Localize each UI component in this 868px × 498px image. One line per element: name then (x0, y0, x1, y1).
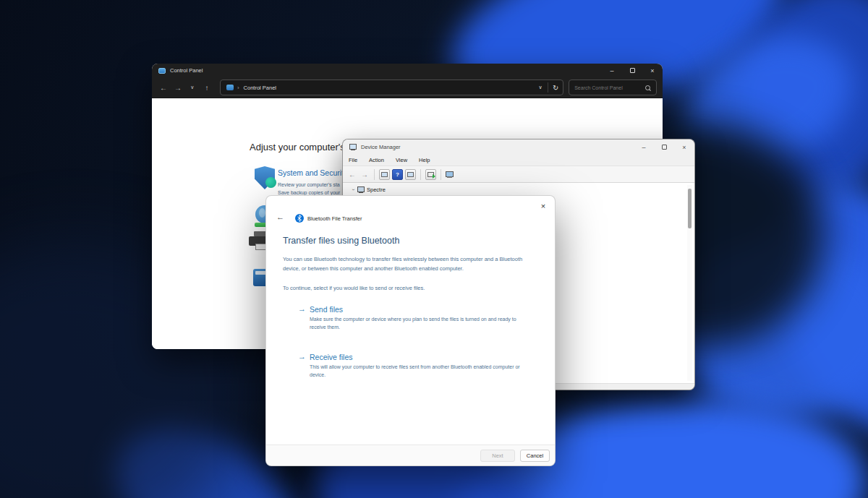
dialog-prompt-text: To continue, select if you would like to… (283, 284, 523, 293)
back-icon[interactable]: ← (276, 212, 284, 221)
minimize-button[interactable]: – (634, 139, 654, 155)
forward-icon[interactable]: → (171, 84, 185, 92)
window-title: Control Panel (170, 67, 203, 74)
search-box[interactable] (569, 80, 657, 95)
help-icon[interactable]: ? (392, 169, 403, 180)
breadcrumb-icon (226, 85, 234, 90)
arrow-right-icon: → (298, 352, 306, 361)
back-icon[interactable]: ← (347, 171, 357, 179)
divider (374, 169, 375, 180)
bluetooth-transfer-dialog: × ← Bluetooth File Transfer Transfer fil… (265, 195, 556, 466)
desktop: Control Panel – × ← → ∨ ↑ › Control Pane… (0, 0, 868, 498)
arrow-right-icon: → (298, 304, 306, 313)
system-security-icon[interactable] (255, 166, 275, 189)
dialog-footer: Next Cancel (266, 445, 555, 465)
breadcrumb[interactable]: Control Panel (244, 85, 276, 91)
next-button[interactable]: Next (480, 450, 515, 462)
send-files-description: Make sure the computer or device where y… (310, 315, 521, 331)
back-icon[interactable]: ← (156, 84, 171, 92)
scrollbar-thumb[interactable] (688, 189, 692, 228)
window-title: Device Manager (361, 144, 401, 150)
address-bar[interactable]: › Control Panel ∨ ↻ (220, 80, 563, 95)
dialog-intro-text: You can use Bluetooth technology to tran… (283, 255, 523, 273)
maximize-icon (662, 145, 667, 150)
menu-help[interactable]: Help (413, 155, 435, 166)
maximize-button[interactable] (622, 64, 642, 77)
minimize-button[interactable]: – (602, 64, 622, 77)
receive-files-link[interactable]: Receive files (310, 353, 353, 361)
control-panel-app-icon (158, 68, 166, 74)
up-icon[interactable]: ↑ (200, 84, 214, 92)
close-button[interactable]: × (537, 199, 550, 212)
collapse-icon[interactable]: › (351, 187, 356, 193)
dialog-app-name: Bluetooth File Transfer (307, 215, 362, 222)
computer-icon (357, 186, 365, 193)
receive-files-description: This will allow your computer to receive… (310, 363, 521, 379)
cancel-button[interactable]: Cancel (520, 450, 550, 462)
menu-bar: File Action View Help (343, 155, 694, 166)
device-manager-app-icon (349, 144, 357, 150)
address-dropdown-icon[interactable]: ∨ (533, 85, 548, 90)
menu-view[interactable]: View (390, 155, 413, 166)
recent-pages-icon[interactable]: ∨ (185, 85, 200, 90)
review-status-link[interactable]: Review your computer's sta (278, 181, 347, 189)
refresh-icon[interactable]: ↻ (548, 84, 563, 92)
divider (420, 169, 421, 180)
maximize-icon (630, 68, 635, 73)
search-icon (645, 85, 650, 90)
console-tree-icon[interactable] (379, 169, 390, 180)
devices-icon[interactable] (446, 171, 454, 178)
system-security-link[interactable]: System and Security (278, 168, 347, 177)
control-panel-titlebar[interactable]: Control Panel – × (152, 64, 663, 77)
menu-action[interactable]: Action (363, 155, 390, 166)
close-button[interactable]: × (674, 139, 694, 155)
forward-icon[interactable]: → (359, 171, 370, 179)
divider (441, 169, 441, 180)
send-files-link[interactable]: Send files (310, 305, 343, 314)
tree-row-root[interactable]: › Spectre (350, 186, 386, 194)
device-manager-titlebar[interactable]: Device Manager – × (343, 139, 694, 155)
search-input[interactable] (569, 85, 645, 90)
toolbar: ← → ? (343, 166, 694, 183)
dialog-title: Transfer files using Bluetooth (283, 236, 399, 246)
control-panel-navbar: ← → ∨ ↑ › Control Panel ∨ ↻ (152, 77, 663, 98)
bluetooth-icon (295, 214, 304, 223)
scrollbar[interactable] (687, 185, 692, 381)
maximize-button[interactable] (654, 139, 674, 155)
close-button[interactable]: × (642, 64, 663, 77)
menu-file[interactable]: File (343, 155, 363, 166)
scan-hardware-icon[interactable] (425, 169, 436, 180)
properties-icon[interactable] (405, 169, 416, 180)
crumb-separator: › (237, 85, 239, 91)
tree-label[interactable]: Spectre (367, 186, 386, 193)
